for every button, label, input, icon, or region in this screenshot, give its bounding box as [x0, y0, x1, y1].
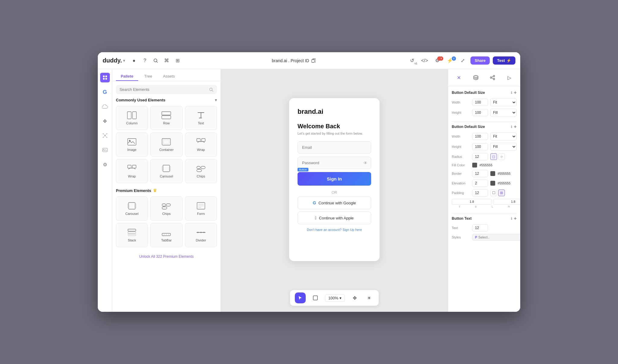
google-button[interactable]: G Continue with Google [298, 196, 371, 209]
tab-pallete[interactable]: Pallete [116, 72, 138, 81]
width-label-1: Width [452, 101, 470, 104]
border-color-swatch[interactable] [490, 171, 495, 176]
email-input[interactable] [298, 141, 371, 154]
premium-carousel-icon [126, 202, 137, 210]
test-button[interactable]: Test ⚡ [493, 56, 515, 65]
styles-select[interactable]: P [472, 234, 520, 241]
padding-style-btns: ☐ ⊞ [490, 190, 505, 196]
sidebar-icon-settings[interactable]: ⚙ [100, 160, 110, 169]
premium-divider[interactable]: Divider [185, 223, 217, 247]
element-wrap2[interactable]: Wrap [116, 159, 148, 183]
unlock-link[interactable]: Unlock All 322 Premium Elements [116, 252, 217, 261]
element-carousel[interactable]: Carousel [150, 159, 182, 183]
svg-line-13 [105, 134, 107, 136]
width-input-1[interactable] [472, 99, 488, 106]
sidebar-icon-elements[interactable] [100, 73, 110, 82]
select-tool[interactable] [295, 292, 306, 303]
width-select-2[interactable]: FitFillFixed [490, 133, 517, 140]
command-icon[interactable]: ⌘ [164, 58, 170, 64]
left-panel: G ✥ ⚙ Pallete Tree Assets [98, 69, 221, 312]
help-icon[interactable]: ? [142, 58, 148, 64]
svg-rect-41 [162, 204, 166, 206]
search-input[interactable] [119, 87, 207, 92]
collapse-icon[interactable]: ▾ [215, 98, 217, 102]
sidebar-icon-cloud[interactable] [100, 102, 110, 111]
settings-icon[interactable]: ⚙ 1 3 [432, 56, 442, 65]
circle-icon[interactable]: ● [131, 58, 137, 64]
add-section3[interactable]: + [514, 216, 517, 221]
text-size-input[interactable] [472, 224, 488, 231]
grid-icon[interactable]: ⊞ [174, 58, 180, 64]
padding-individual-btn[interactable]: ⊞ [498, 190, 505, 196]
padding-all-btn[interactable]: ☐ [490, 190, 497, 196]
styles-input[interactable] [478, 235, 520, 239]
height-input-1[interactable] [472, 109, 488, 116]
info-icon-2[interactable]: ℹ [511, 125, 512, 129]
copy-icon[interactable] [311, 59, 316, 63]
svg-line-14 [103, 136, 105, 137]
height-select-2[interactable]: FillFitFixed [490, 143, 517, 151]
element-chips[interactable]: Chips [185, 159, 217, 183]
element-column[interactable]: Column [116, 106, 148, 130]
history-icon[interactable]: ↺ v1 [407, 56, 417, 65]
zoom-control[interactable]: 100% ▾ [325, 294, 345, 302]
sign-in-button[interactable]: Sign In [298, 172, 371, 186]
premium-chips[interactable]: Chips [150, 196, 182, 221]
sidebar-icon-network[interactable] [100, 131, 110, 140]
element-row[interactable]: Row [150, 106, 182, 130]
password-input[interactable] [298, 157, 371, 169]
search-icon[interactable] [153, 58, 159, 64]
padding-l-label: L [485, 205, 500, 208]
element-wrap[interactable]: Wrap [185, 133, 217, 157]
test-label: Test [497, 58, 505, 63]
frame-tool[interactable] [311, 293, 320, 303]
elevation-input[interactable] [472, 180, 488, 187]
add-section2[interactable]: + [514, 124, 517, 129]
radius-input[interactable] [472, 153, 488, 160]
width-select-1[interactable]: FitFillFixed [490, 98, 517, 106]
height-select-1[interactable]: FillFitFixed [490, 109, 517, 117]
premium-stack[interactable]: Stack [116, 223, 148, 247]
app-logo[interactable]: duddy. ▾ [103, 57, 125, 64]
premium-carousel[interactable]: Carousel [116, 196, 148, 221]
info-icon-1[interactable]: ℹ [511, 91, 512, 95]
element-container[interactable]: Container [150, 133, 182, 157]
right-icon-flow[interactable] [488, 73, 497, 82]
padding-b[interactable] [493, 199, 520, 205]
apple-button[interactable]:  Continue with Apple [298, 212, 371, 224]
radius-circle-btn[interactable]: ○ [498, 153, 505, 160]
width-input-2[interactable] [472, 133, 488, 140]
elevation-color-swatch[interactable] [490, 181, 495, 186]
element-text[interactable]: Text [185, 106, 217, 130]
premium-form[interactable]: Form [185, 196, 217, 221]
external-link-icon[interactable]: ⤢ [458, 56, 467, 65]
element-image[interactable]: Image [116, 133, 148, 157]
grid-tool[interactable]: ✥ [350, 293, 359, 303]
lightning-icon[interactable]: ⚡ 2 [445, 56, 455, 65]
sidebar-icon-google[interactable]: G [100, 87, 110, 97]
right-icon-cross[interactable]: ✕ [454, 73, 464, 82]
padding-row: Padding ☐ ⊞ [452, 189, 517, 196]
eye-icon[interactable]: 👁 [363, 161, 368, 165]
info-icon-3[interactable]: ℹ [511, 217, 512, 221]
border-input[interactable] [472, 170, 488, 177]
premium-tabbar[interactable]: TabBar [150, 223, 182, 247]
code-icon[interactable]: </> [420, 56, 429, 65]
sidebar-icon-image[interactable] [100, 145, 110, 155]
sidebar-icon-move[interactable]: ✥ [100, 116, 110, 126]
radius-round-btn[interactable]: ◻ [490, 153, 497, 160]
share-button[interactable]: Share [470, 56, 490, 65]
height-input-2[interactable] [472, 143, 488, 150]
signup-link[interactable]: Sign Up here [342, 228, 362, 231]
add-section1[interactable]: + [514, 90, 517, 95]
tab-tree[interactable]: Tree [139, 72, 157, 81]
sun-tool[interactable]: ☀ [364, 293, 374, 303]
padding-input[interactable] [472, 189, 488, 196]
svg-point-3 [103, 75, 105, 77]
padding-t[interactable] [452, 199, 492, 205]
fill-color-swatch[interactable] [472, 163, 477, 168]
tab-assets[interactable]: Assets [158, 72, 180, 81]
right-icon-play[interactable]: ▷ [505, 73, 514, 82]
height-label-1: Height [452, 111, 470, 114]
right-icon-db[interactable] [471, 73, 481, 82]
